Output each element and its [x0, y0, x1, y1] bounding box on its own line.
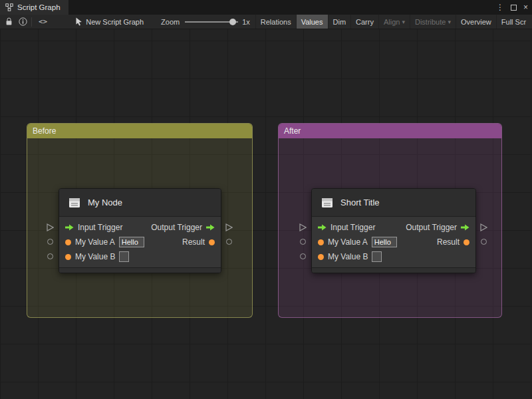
graph-picker[interactable]: New Script Graph	[75, 17, 144, 26]
node-short-title-header[interactable]: Short Title	[312, 189, 475, 217]
close-icon[interactable]: ×	[523, 3, 528, 11]
value-b-input[interactable]	[372, 251, 382, 262]
trigger-out-icon[interactable]	[206, 224, 215, 231]
graph-name: New Script Graph	[86, 18, 144, 26]
trigger-in-icon[interactable]	[65, 224, 74, 231]
result-label: Result	[182, 237, 205, 247]
trigger-out-icon[interactable]	[461, 224, 469, 231]
node-my-node[interactable]: My Node Input Trigger Output Trigger	[59, 188, 221, 273]
ext-value-b-port[interactable]	[300, 253, 306, 259]
ext-result-port[interactable]	[481, 239, 487, 245]
port-row-triggers: Input Trigger Output Trigger	[312, 220, 475, 235]
overview-button[interactable]: Overview	[456, 15, 496, 29]
result-port-icon[interactable]	[209, 239, 215, 245]
ext-trigger-out-port[interactable]	[480, 223, 487, 231]
group-before-title: Before	[33, 126, 56, 136]
ext-trigger-in-port[interactable]	[299, 223, 307, 231]
value-a-input[interactable]	[119, 237, 144, 247]
ext-value-a-port[interactable]	[47, 239, 53, 245]
port-row-value-b: My Value B	[59, 249, 221, 264]
unit-icon	[67, 196, 82, 210]
toolbar-divider	[31, 17, 32, 27]
value-b-port-icon[interactable]	[65, 254, 71, 260]
port-row-triggers: Input Trigger Output Trigger	[59, 220, 221, 235]
result-label: Result	[437, 237, 460, 247]
output-trigger-label: Output Trigger	[406, 223, 457, 232]
input-trigger-label: Input Trigger	[78, 223, 122, 232]
ext-value-a-port[interactable]	[300, 239, 306, 245]
node-footer	[312, 267, 475, 273]
zoom-slider[interactable]	[185, 18, 238, 26]
node-title: Short Title	[340, 198, 380, 207]
ext-trigger-out-port[interactable]	[225, 223, 233, 231]
graph-canvas[interactable]: Before After My Node Input	[0, 29, 532, 399]
graph-icon	[5, 3, 13, 11]
port-row-value-b: My Value B	[312, 249, 475, 264]
group-after-titlebar[interactable]: After	[279, 124, 501, 138]
value-b-port-icon[interactable]	[318, 254, 324, 260]
ext-trigger-in-port[interactable]	[47, 223, 54, 231]
zoom-value: 1x	[242, 18, 250, 26]
tab-script-graph[interactable]: Script Graph	[0, 0, 68, 15]
distribute-dropdown[interactable]: Distribute ▾	[410, 15, 456, 29]
values-button[interactable]: Values	[296, 15, 328, 29]
align-label: Align	[384, 18, 400, 26]
group-after-title: After	[284, 126, 301, 136]
ext-value-b-port[interactable]	[47, 253, 53, 259]
graph-toolbar: <> New Script Graph Zoom 1x Relations Va…	[0, 15, 532, 29]
relations-button[interactable]: Relations	[255, 15, 296, 29]
carry-button[interactable]: Carry	[350, 15, 378, 29]
zoom-label: Zoom	[161, 18, 180, 26]
value-a-label: My Value A	[328, 237, 368, 247]
distribute-label: Distribute	[415, 18, 446, 26]
result-port-icon[interactable]	[464, 239, 469, 245]
group-before-titlebar[interactable]: Before	[27, 124, 252, 138]
node-my-node-header[interactable]: My Node	[59, 189, 221, 217]
node-ports: Input Trigger Output Trigger My Value A …	[312, 217, 475, 267]
value-b-label: My Value B	[75, 252, 115, 261]
value-b-label: My Value B	[328, 252, 368, 261]
ext-result-port[interactable]	[226, 239, 232, 245]
chevron-down-icon: ▾	[448, 19, 451, 25]
dim-button[interactable]: Dim	[328, 15, 351, 29]
cursor-icon	[75, 17, 82, 26]
value-a-port-icon[interactable]	[65, 239, 71, 245]
value-b-input[interactable]	[119, 251, 129, 262]
align-dropdown[interactable]: Align ▾	[378, 15, 410, 29]
port-row-value-a: My Value A Result	[312, 235, 475, 249]
port-row-value-a: My Value A Result	[59, 235, 221, 249]
window-titlebar: Script Graph ⋮ ×	[0, 0, 532, 15]
window-controls: ⋮ ×	[496, 0, 528, 15]
tab-title: Script Graph	[17, 3, 61, 11]
chevron-down-icon: ▾	[402, 19, 405, 25]
zoom-slider-knob[interactable]	[229, 19, 236, 25]
output-trigger-label: Output Trigger	[151, 223, 202, 232]
node-ports: Input Trigger Output Trigger My Value A …	[59, 217, 221, 267]
code-view-icon[interactable]: <>	[36, 17, 50, 26]
fullscreen-button[interactable]: Full Scr	[496, 15, 531, 29]
maximize-icon[interactable]	[511, 5, 517, 11]
value-a-label: My Value A	[75, 237, 115, 247]
info-icon[interactable]	[19, 17, 27, 26]
value-a-input[interactable]	[372, 237, 397, 247]
lock-icon[interactable]	[5, 17, 13, 26]
unit-icon	[320, 196, 334, 210]
node-title: My Node	[88, 198, 122, 207]
kebab-menu-icon[interactable]: ⋮	[496, 3, 504, 11]
trigger-in-icon[interactable]	[318, 224, 327, 231]
node-short-title[interactable]: Short Title Input Trigger Output Trigger	[311, 188, 476, 273]
node-footer	[59, 267, 221, 273]
value-a-port-icon[interactable]	[318, 239, 324, 245]
input-trigger-label: Input Trigger	[331, 223, 375, 232]
